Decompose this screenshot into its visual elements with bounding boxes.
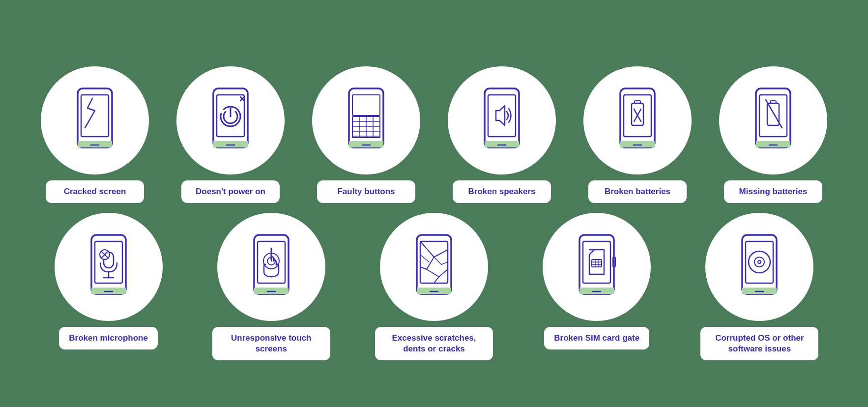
svg-rect-0 bbox=[78, 88, 112, 147]
svg-rect-78 bbox=[592, 260, 602, 267]
item-cracked-screen: Cracked screen bbox=[29, 66, 160, 203]
svg-rect-84 bbox=[742, 235, 777, 294]
svg-line-65 bbox=[434, 250, 448, 257]
circle-doesnt-power-on bbox=[176, 66, 285, 174]
svg-rect-85 bbox=[746, 241, 773, 283]
item-corrupted-os: Corrupted OS or other software issues bbox=[681, 213, 839, 360]
label-doesnt-power-on: Doesn't power on bbox=[181, 180, 280, 203]
circle-broken-speakers bbox=[448, 66, 556, 174]
label-faulty-buttons: Faulty buttons bbox=[317, 180, 415, 203]
svg-rect-44 bbox=[91, 235, 126, 294]
svg-line-73 bbox=[420, 255, 429, 262]
page-container: Cracked screen bbox=[10, 10, 858, 407]
circle-broken-microphone bbox=[55, 213, 163, 321]
svg-line-68 bbox=[427, 269, 439, 277]
label-broken-microphone: Broken microphone bbox=[59, 327, 158, 349]
item-broken-microphone: Broken microphone bbox=[29, 213, 187, 360]
svg-rect-76 bbox=[579, 288, 614, 294]
row1-grid: Cracked screen bbox=[29, 66, 839, 203]
svg-rect-22 bbox=[349, 141, 383, 147]
svg-line-72 bbox=[441, 262, 448, 264]
svg-rect-13 bbox=[352, 95, 380, 116]
svg-rect-61 bbox=[420, 241, 448, 283]
label-corrupted-os: Corrupted OS or other software issues bbox=[700, 327, 818, 360]
svg-line-71 bbox=[434, 257, 441, 264]
item-unresponsive-touch-screens: Unresponsive touch screens bbox=[192, 213, 350, 360]
svg-point-88 bbox=[749, 251, 770, 273]
svg-rect-56 bbox=[254, 288, 289, 294]
svg-line-67 bbox=[420, 267, 427, 269]
svg-line-70 bbox=[434, 277, 439, 283]
svg-rect-3 bbox=[78, 141, 112, 147]
svg-rect-34 bbox=[635, 101, 640, 104]
svg-rect-24 bbox=[485, 88, 519, 147]
item-broken-sim-card-gate: Broken SIM card gate bbox=[518, 213, 676, 360]
item-doesnt-power-on: Doesn't power on bbox=[165, 66, 296, 203]
svg-rect-62 bbox=[417, 288, 451, 294]
svg-marker-28 bbox=[496, 106, 505, 125]
item-faulty-buttons: Faulty buttons bbox=[301, 66, 432, 203]
item-broken-batteries: Broken batteries bbox=[572, 66, 703, 203]
svg-rect-39 bbox=[756, 141, 790, 147]
svg-rect-29 bbox=[620, 88, 655, 147]
circle-broken-sim-card-gate bbox=[543, 213, 651, 321]
svg-rect-86 bbox=[742, 288, 777, 294]
label-broken-speakers: Broken speakers bbox=[453, 180, 551, 203]
svg-rect-31 bbox=[620, 141, 655, 147]
svg-point-89 bbox=[754, 257, 764, 267]
svg-rect-7 bbox=[213, 141, 248, 147]
circle-missing-batteries bbox=[719, 66, 827, 174]
label-broken-sim-card-gate: Broken SIM card gate bbox=[544, 327, 649, 349]
svg-line-64 bbox=[420, 241, 434, 257]
circle-cracked-screen bbox=[41, 66, 149, 174]
svg-rect-1 bbox=[81, 95, 109, 137]
label-cracked-screen: Cracked screen bbox=[46, 180, 144, 203]
label-broken-batteries: Broken batteries bbox=[588, 180, 687, 203]
item-broken-speakers: Broken speakers bbox=[436, 66, 567, 203]
circle-faulty-buttons bbox=[312, 66, 420, 174]
row2-grid: Broken microphone bbox=[29, 213, 839, 360]
svg-line-69 bbox=[439, 269, 448, 277]
svg-rect-42 bbox=[770, 101, 776, 104]
svg-line-66 bbox=[427, 257, 434, 269]
item-missing-batteries: Missing batteries bbox=[708, 66, 839, 203]
svg-rect-46 bbox=[91, 288, 126, 294]
label-excessive-scratches: Excessive scratches, dents or cracks bbox=[375, 327, 493, 360]
label-missing-batteries: Missing batteries bbox=[724, 180, 822, 203]
svg-point-90 bbox=[758, 261, 761, 263]
label-unresponsive-touch-screens: Unresponsive touch screens bbox=[212, 327, 330, 360]
svg-rect-5 bbox=[213, 88, 248, 147]
svg-rect-37 bbox=[756, 88, 790, 147]
circle-excessive-scratches bbox=[380, 213, 488, 321]
circle-unresponsive-touch-screens bbox=[217, 213, 325, 321]
item-excessive-scratches: Excessive scratches, dents or cracks bbox=[355, 213, 513, 360]
circle-broken-batteries bbox=[583, 66, 692, 174]
circle-corrupted-os bbox=[705, 213, 813, 321]
svg-rect-26 bbox=[485, 141, 519, 147]
